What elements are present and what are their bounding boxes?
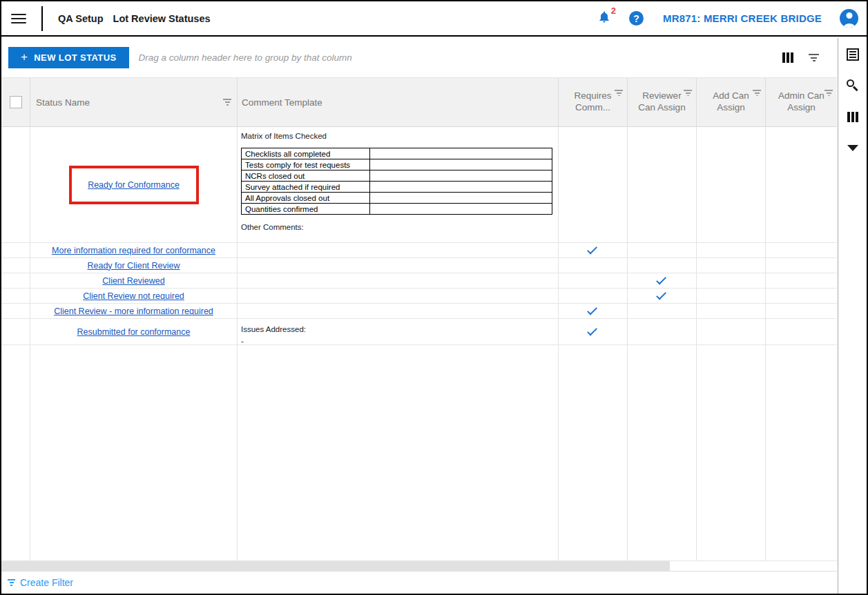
admin-can-assign-cell	[766, 127, 837, 242]
comment-template-cell: Issues Addressed: -	[238, 319, 559, 344]
row-select-cell[interactable]	[1, 127, 30, 242]
notifications-button[interactable]: 2	[597, 10, 611, 28]
reviewer-can-assign-cell	[628, 258, 697, 273]
breadcrumb-qa-setup[interactable]: QA Setup	[58, 13, 104, 24]
column-header-admin-can-assign[interactable]: Admin Can Assign	[766, 78, 837, 126]
matrix-value-cell	[370, 193, 552, 204]
grid-empty-area	[1, 345, 837, 561]
help-button[interactable]: ?	[629, 11, 644, 26]
top-bar: QA Setup Lot Review Statuses 2 ? MR871: …	[1, 1, 867, 37]
table-row: Resubmitted for conformance Issues Addre…	[1, 319, 837, 345]
table-row: Client Review - more information require…	[1, 304, 837, 319]
add-can-assign-cell	[697, 243, 766, 257]
column-header-comment-template[interactable]: Comment Template	[238, 78, 559, 126]
grid-header-row: Status Name Comment Template Requires Co…	[1, 77, 837, 127]
row-select-cell[interactable]	[1, 258, 30, 273]
bell-icon	[597, 10, 611, 25]
reviewer-can-assign-cell	[628, 243, 697, 257]
admin-can-assign-cell	[766, 258, 837, 273]
panel-icon[interactable]	[846, 48, 860, 61]
comment-line: Issues Addressed:	[241, 324, 554, 335]
reviewer-can-assign-cell	[628, 289, 697, 303]
collapse-caret-icon[interactable]	[846, 141, 860, 155]
project-selector[interactable]: MR871: MERRI CREEK BRIDGE	[663, 12, 822, 24]
requires-comment-cell	[559, 273, 628, 288]
row-select-cell[interactable]	[1, 243, 30, 257]
main-content: + NEW LOT STATUS Drag a column header he…	[1, 38, 837, 594]
requires-comment-cell	[559, 243, 628, 257]
row-select-cell[interactable]	[1, 319, 30, 344]
status-link[interactable]: More information required for conformanc…	[52, 246, 215, 255]
filter-icon	[8, 579, 15, 586]
filter-icon[interactable]	[615, 90, 623, 96]
comment-template-cell	[238, 289, 559, 303]
filter-icon[interactable]	[684, 90, 692, 96]
filter-toolbar-icon[interactable]	[809, 54, 819, 61]
status-name-cell: Client Reviewed	[30, 273, 238, 288]
reviewer-can-assign-cell	[628, 127, 697, 242]
status-name-cell: Ready for Conformance	[30, 127, 238, 242]
matrix-table: Checklists all completed Tests comply fo…	[241, 148, 552, 215]
comment-footer: Other Comments:	[241, 223, 554, 231]
reviewer-can-assign-cell	[628, 273, 697, 288]
matrix-value-cell	[370, 159, 552, 170]
matrix-row: Survey attached if required	[242, 182, 552, 193]
column-chooser-toolbar-icon[interactable]	[782, 52, 793, 63]
filter-icon[interactable]	[824, 90, 833, 96]
matrix-row: NCRs closed out	[242, 170, 552, 182]
status-link[interactable]: Client Review not required	[83, 291, 184, 301]
hamburger-menu-icon[interactable]	[11, 14, 26, 23]
check-icon	[587, 244, 597, 255]
requires-comment-cell	[559, 319, 628, 344]
table-row: Client Review not required	[1, 289, 837, 304]
requires-comment-cell	[559, 258, 628, 273]
status-link[interactable]: Client Review - more information require…	[54, 306, 213, 316]
create-filter-button[interactable]: Create Filter	[8, 577, 73, 588]
admin-can-assign-cell	[766, 319, 837, 344]
right-icon-rail	[838, 38, 867, 594]
check-icon	[656, 290, 666, 300]
status-name-cell: Ready for Client Review	[30, 258, 238, 273]
select-all-header-cell	[1, 78, 30, 126]
matrix-value-cell	[370, 182, 552, 193]
status-link[interactable]: Ready for Client Review	[87, 261, 180, 271]
column-chooser-icon[interactable]	[846, 110, 860, 124]
status-link[interactable]: Resubmitted for conformance	[77, 327, 191, 337]
requires-comment-cell	[559, 127, 628, 242]
add-can-assign-cell	[697, 319, 766, 344]
row-select-cell[interactable]	[1, 289, 30, 303]
matrix-value-cell	[370, 148, 552, 159]
status-link[interactable]: Ready for Conformance	[88, 180, 180, 190]
group-by-hint: Drag a column header here to group by th…	[139, 52, 352, 63]
filter-icon[interactable]	[223, 99, 231, 105]
row-select-cell[interactable]	[1, 273, 30, 288]
matrix-value-cell	[370, 170, 552, 182]
row-select-cell[interactable]	[1, 304, 30, 318]
reviewer-can-assign-cell	[628, 304, 697, 318]
column-header-add-can-assign[interactable]: Add Can Assign	[697, 78, 766, 126]
new-lot-status-button[interactable]: + NEW LOT STATUS	[8, 47, 129, 68]
column-header-requires-comment[interactable]: Requires Comm...	[559, 78, 628, 126]
check-icon	[656, 275, 666, 285]
grid-toolbar: + NEW LOT STATUS Drag a column header he…	[1, 38, 837, 77]
scrollbar-thumb[interactable]	[1, 561, 670, 571]
plus-icon: +	[21, 50, 28, 64]
lot-status-grid: Status Name Comment Template Requires Co…	[1, 77, 837, 594]
table-row: Ready for Conformance Matrix of Items Ch…	[1, 127, 837, 243]
column-header-status-name[interactable]: Status Name	[30, 78, 238, 126]
breadcrumb-lot-review-statuses[interactable]: Lot Review Statuses	[113, 13, 211, 24]
check-icon	[587, 305, 597, 315]
user-avatar[interactable]	[840, 9, 858, 28]
status-link[interactable]: Client Reviewed	[102, 276, 164, 286]
requires-comment-cell	[559, 289, 628, 303]
table-row: Client Reviewed	[1, 273, 837, 289]
search-icon[interactable]	[846, 79, 860, 92]
matrix-row: Checklists all completed	[242, 148, 552, 159]
select-all-checkbox[interactable]	[10, 96, 22, 108]
add-can-assign-cell	[697, 258, 766, 273]
horizontal-scrollbar[interactable]	[1, 561, 837, 572]
column-header-reviewer-can-assign[interactable]: Reviewer Can Assign	[628, 78, 697, 126]
filter-icon[interactable]	[753, 90, 761, 96]
admin-can-assign-cell	[766, 273, 837, 288]
status-name-cell: Client Review - more information require…	[30, 304, 238, 318]
